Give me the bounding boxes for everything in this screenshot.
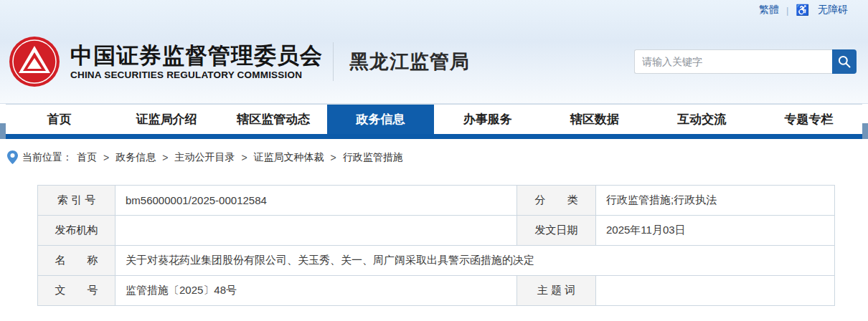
breadcrumb-separator: > <box>162 152 168 163</box>
title-value: 关于对葵花药业集团股份有限公司、关玉秀、关一、周广阔采取出具警示函措施的决定 <box>115 246 835 276</box>
bureau-name: 黑龙江监管局 <box>349 49 470 75</box>
issue-date-value: 2025年11月03日 <box>596 216 835 246</box>
csrc-logo-emblem <box>9 36 60 87</box>
header-divider <box>333 42 334 81</box>
utility-bar: 繁體 | ♿ 无障碍 <box>0 0 868 20</box>
search-icon <box>837 54 852 69</box>
accessibility-link[interactable]: 无障碍 <box>818 4 848 16</box>
breadcrumb-home[interactable]: 首页 <box>77 151 97 164</box>
breadcrumb: 当前位置： 首页 > 政务信息 > 主动公开目录 > 证监局文种体裁 > 行政监… <box>0 139 868 164</box>
category-label: 分 类 <box>517 186 596 216</box>
breadcrumb-government-info[interactable]: 政务信息 <box>115 151 156 164</box>
document-info-table: 索 引 号 bm56000001/2025-00012584 分 类 行政监管措… <box>37 185 835 306</box>
nav-item-services[interactable]: 办事服务 <box>434 105 541 134</box>
main-navigation: 首页 证监局介绍 辖区监管动态 政务信息 办事服务 辖区数据 互动交流 专题专栏 <box>0 104 868 139</box>
category-value: 行政监管措施;行政执法 <box>596 186 835 216</box>
nav-item-regional-data[interactable]: 辖区数据 <box>541 105 648 134</box>
nav-item-special-topics[interactable]: 专题专栏 <box>755 105 862 134</box>
nav-left-edge-decoration <box>0 123 6 139</box>
breadcrumb-prefix: 当前位置： <box>22 151 72 164</box>
title-label: 名 称 <box>38 246 115 276</box>
table-row: 文 号 监管措施〔2025〕48号 主 题 词 <box>38 276 835 306</box>
table-row: 索 引 号 bm56000001/2025-00012584 分 类 行政监管措… <box>38 186 835 216</box>
search-box <box>634 49 857 74</box>
issue-date-label: 发文日期 <box>517 216 596 246</box>
nav-item-interaction[interactable]: 互动交流 <box>648 105 755 134</box>
document-number-value: 监管措施〔2025〕48号 <box>115 276 517 306</box>
breadcrumb-separator: > <box>103 152 109 163</box>
nav-item-bureau-intro[interactable]: 证监局介绍 <box>113 105 220 134</box>
breadcrumb-separator: > <box>241 152 247 163</box>
index-number-value: bm56000001/2025-00012584 <box>115 186 517 216</box>
subject-words-label: 主 题 词 <box>517 276 596 306</box>
org-name-english: CHINA SECURITIES REGULATORY COMMISSION <box>70 70 323 80</box>
breadcrumb-separator: > <box>331 152 336 163</box>
index-number-label: 索 引 号 <box>38 186 115 216</box>
org-name-chinese: 中国证券监督管理委员会 <box>70 43 323 69</box>
nav-item-government-info[interactable]: 政务信息 <box>327 105 434 134</box>
location-pin-icon <box>7 150 18 164</box>
search-input[interactable] <box>634 49 832 74</box>
table-row: 名 称 关于对葵花药业集团股份有限公司、关玉秀、关一、周广阔采取出具警示函措施的… <box>38 246 835 276</box>
publishing-agency-value <box>115 216 517 246</box>
nav-item-home[interactable]: 首页 <box>6 105 113 134</box>
utility-divider: | <box>786 5 788 16</box>
breadcrumb-open-catalog[interactable]: 主动公开目录 <box>174 151 235 164</box>
org-title-block: 中国证券监督管理委员会 CHINA SECURITIES REGULATORY … <box>70 43 323 81</box>
breadcrumb-document-types[interactable]: 证监局文种体裁 <box>254 151 324 164</box>
subject-words-value <box>596 276 835 306</box>
nav-item-regional-news[interactable]: 辖区监管动态 <box>220 105 327 134</box>
document-number-label: 文 号 <box>38 276 115 306</box>
breadcrumb-regulatory-measures[interactable]: 行政监管措施 <box>343 151 403 164</box>
brand-row: 中国证券监督管理委员会 CHINA SECURITIES REGULATORY … <box>0 20 868 103</box>
traditional-chinese-link[interactable]: 繁體 <box>759 4 779 16</box>
wheelchair-accessibility-icon: ♿ <box>796 4 809 16</box>
table-row: 发布机构 发文日期 2025年11月03日 <box>38 216 835 246</box>
search-button[interactable] <box>832 49 857 74</box>
publishing-agency-label: 发布机构 <box>38 216 115 246</box>
nav-right-edge-decoration <box>862 123 868 139</box>
page-header: 繁體 | ♿ 无障碍 中国证券监督管理委员会 CHINA SECURITIES … <box>0 0 868 104</box>
